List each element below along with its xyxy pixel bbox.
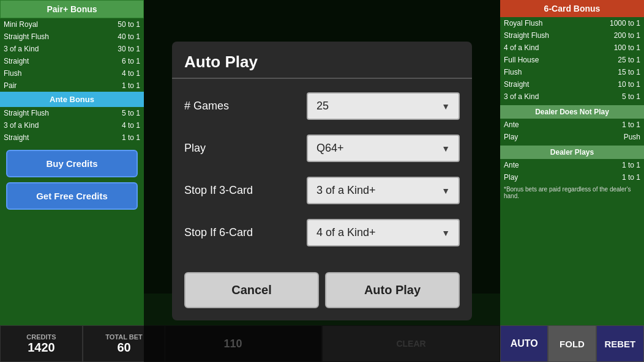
fold-button[interactable]: FOLD xyxy=(548,325,596,362)
list-item: Flush4 to 1 xyxy=(0,67,144,79)
rebet-button[interactable]: REBET xyxy=(596,325,644,362)
credits-section: Buy Credits Get Free Credits xyxy=(0,150,144,210)
games-value: 25 xyxy=(316,100,329,113)
total-bet-value: 60 xyxy=(117,341,130,355)
bonus-note: *Bonus bets are paid regardless of the d… xyxy=(500,183,644,202)
ante-bonus-table: Straight Flush5 to 13 of a Kind4 to 1Str… xyxy=(0,107,144,144)
autoplay-confirm-button[interactable]: Auto Play xyxy=(325,272,460,308)
stop-3card-value: 3 of a Kind+ xyxy=(316,184,376,197)
total-bet-label: TOTAL BET xyxy=(105,333,143,341)
modal-body: # Games 25 ▼ Play Q64+ ▼ Stop If 3-Card … xyxy=(172,79,472,266)
modal-title-bar: Auto Play xyxy=(172,42,472,79)
play-select[interactable]: Q64+ ▼ xyxy=(307,135,460,162)
list-item: Straight10 to 1 xyxy=(500,78,644,90)
left-panel: Pair+ Bonus Mini Royal50 to 1Straight Fl… xyxy=(0,0,144,362)
play-label: Play xyxy=(184,142,307,155)
dealer-not-play-header: Dealer Does Not Play xyxy=(500,105,644,119)
games-select[interactable]: 25 ▼ xyxy=(307,92,460,120)
list-item: Ante1 to 1 xyxy=(500,159,644,171)
stop-3card-row: Stop If 3-Card 3 of a Kind+ ▼ xyxy=(184,169,460,212)
stop-6card-value: 4 of a Kind+ xyxy=(316,226,376,239)
play-value: Q64+ xyxy=(316,142,344,155)
list-item: Flush15 to 1 xyxy=(500,66,644,78)
auto-button[interactable]: AUTO xyxy=(500,325,548,362)
stop-6card-label: Stop If 6-Card xyxy=(184,226,307,239)
list-item: 3 of a Kind30 to 1 xyxy=(0,43,144,55)
list-item: Play1 to 1 xyxy=(500,171,644,183)
dealer-not-play-table: Ante1 to 1PlayPush xyxy=(500,119,644,143)
list-item: Straight Flush200 to 1 xyxy=(500,29,644,42)
list-item: 4 of a Kind100 to 1 xyxy=(500,42,644,54)
play-row: Play Q64+ ▼ xyxy=(184,127,460,169)
list-item: Straight Flush5 to 1 xyxy=(0,107,144,119)
stop-6card-select[interactable]: 4 of a Kind+ ▼ xyxy=(307,219,460,246)
free-credits-button[interactable]: Get Free Credits xyxy=(6,182,138,210)
list-item: PlayPush xyxy=(500,131,644,143)
dealer-plays-table: Ante1 to 1Play1 to 1 xyxy=(500,159,644,183)
credits-box: CREDITS 1420 xyxy=(0,325,83,362)
buy-credits-button[interactable]: Buy Credits xyxy=(6,150,138,177)
cancel-button[interactable]: Cancel xyxy=(184,272,319,308)
credits-label: CREDITS xyxy=(26,333,56,341)
stop-6card-row: Stop If 6-Card 4 of a Kind+ ▼ xyxy=(184,212,460,254)
ante-bonus-header: Ante Bonus xyxy=(0,92,144,107)
modal-overlay: Auto Play # Games 25 ▼ Play Q64+ ▼ xyxy=(144,0,500,362)
list-item: Ante1 to 1 xyxy=(500,119,644,131)
list-item: Mini Royal50 to 1 xyxy=(0,18,144,31)
stop-3card-dropdown-icon: ▼ xyxy=(441,186,450,196)
credits-bar: CREDITS 1420 TOTAL BET 60 xyxy=(0,325,165,362)
games-label: # Games xyxy=(184,100,307,113)
list-item: 3 of a Kind5 to 1 xyxy=(500,90,644,103)
autoplay-modal: Auto Play # Games 25 ▼ Play Q64+ ▼ xyxy=(172,42,472,320)
dealer-plays-header: Dealer Plays xyxy=(500,146,644,159)
list-item: Pair1 to 1 xyxy=(0,79,144,92)
stop-6card-dropdown-icon: ▼ xyxy=(441,228,450,238)
bottom-right-bar: AUTO FOLD REBET xyxy=(500,325,644,362)
list-item: Straight1 to 1 xyxy=(0,131,144,144)
pair-plus-header: Pair+ Bonus xyxy=(0,0,144,18)
list-item: Straight Flush40 to 1 xyxy=(0,31,144,43)
modal-buttons: Cancel Auto Play xyxy=(172,266,472,320)
list-item: Full House25 to 1 xyxy=(500,54,644,66)
games-dropdown-icon: ▼ xyxy=(441,102,450,111)
pair-plus-table: Mini Royal50 to 1Straight Flush40 to 13 … xyxy=(0,18,144,92)
list-item: Straight6 to 1 xyxy=(0,55,144,67)
stop-3card-select[interactable]: 3 of a Kind+ ▼ xyxy=(307,177,460,204)
games-row: # Games 25 ▼ xyxy=(184,85,460,127)
list-item: 3 of a Kind4 to 1 xyxy=(0,119,144,131)
stop-3card-label: Stop If 3-Card xyxy=(184,184,307,197)
play-dropdown-icon: ▼ xyxy=(441,144,450,153)
six-card-bonus-table: Royal Flush1000 to 1Straight Flush200 to… xyxy=(500,17,644,103)
modal-title: Auto Play xyxy=(184,53,258,71)
credits-value: 1420 xyxy=(28,341,55,355)
right-panel: 6-Card Bonus Royal Flush1000 to 1Straigh… xyxy=(500,0,644,362)
list-item: Royal Flush1000 to 1 xyxy=(500,17,644,29)
six-card-bonus-header: 6-Card Bonus xyxy=(500,0,644,17)
